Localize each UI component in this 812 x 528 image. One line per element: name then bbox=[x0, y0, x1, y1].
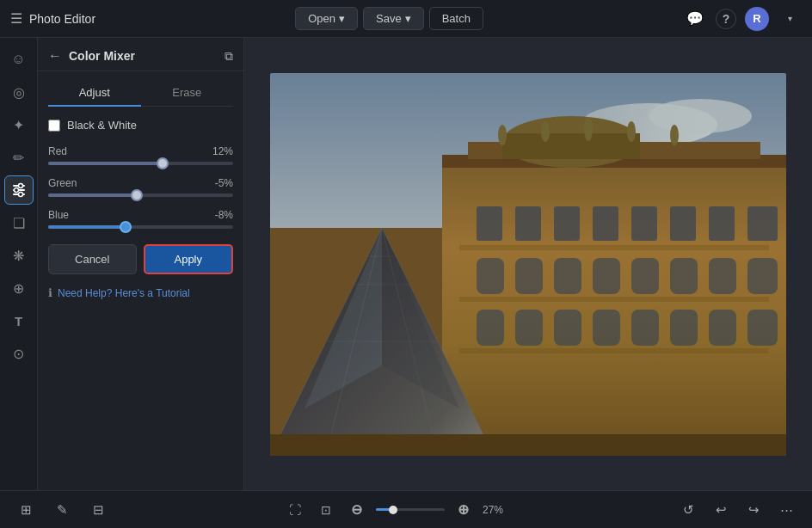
blue-slider-section: Blue -8% bbox=[48, 209, 233, 229]
red-slider-track bbox=[48, 162, 233, 165]
red-label: Red bbox=[48, 145, 67, 157]
green-label: Green bbox=[48, 177, 77, 189]
more-options-icon[interactable]: ⋯ bbox=[774, 498, 798, 522]
black-white-label: Black & White bbox=[67, 119, 137, 132]
green-slider-section: Green -5% bbox=[48, 177, 233, 197]
bottombar-left: ⊞ ✎ ⊟ bbox=[14, 498, 110, 522]
svg-point-3 bbox=[18, 184, 22, 188]
bottombar-right: ↺ ↩ ↪ ⋯ bbox=[676, 498, 798, 522]
redo-icon[interactable]: ↪ bbox=[741, 498, 766, 522]
save-button[interactable]: Save ▾ bbox=[363, 7, 424, 30]
sidebar-item-text[interactable]: T bbox=[4, 306, 34, 335]
tab-erase[interactable]: Erase bbox=[141, 80, 234, 107]
canvas-area bbox=[244, 38, 812, 490]
sidebar-item-objects[interactable]: ❋ bbox=[4, 241, 34, 270]
photo-container bbox=[270, 73, 786, 456]
back-button[interactable]: ← bbox=[48, 48, 62, 64]
color-mixer-panel: ← Color Mixer ⧉ Adjust Erase Black & Whi… bbox=[38, 38, 244, 490]
panel-title: Color Mixer bbox=[69, 49, 218, 63]
green-slider-thumb[interactable] bbox=[131, 189, 143, 201]
svg-point-4 bbox=[14, 188, 18, 193]
panel-header: ← Color Mixer ⧉ bbox=[38, 38, 243, 71]
red-slider-section: Red 12% bbox=[48, 145, 233, 165]
blue-value: -8% bbox=[215, 209, 233, 221]
app-title: Photo Editor bbox=[29, 12, 95, 26]
green-value: -5% bbox=[215, 177, 233, 189]
help-icon-button[interactable]: ? bbox=[716, 9, 736, 29]
avatar[interactable]: R bbox=[745, 7, 769, 31]
fit-screen-icon[interactable]: ⛶ bbox=[283, 498, 307, 522]
open-button[interactable]: Open ▾ bbox=[295, 7, 358, 30]
green-label-row: Green -5% bbox=[48, 177, 233, 189]
icon-sidebar: ☺ ◎ ✦ ✏ ❏ ❋ ⊕ T ⊙ bbox=[0, 38, 38, 490]
svg-point-5 bbox=[18, 193, 22, 197]
blue-slider-fill bbox=[48, 225, 126, 229]
red-slider-thumb[interactable] bbox=[157, 157, 169, 169]
zoom-slider[interactable] bbox=[376, 503, 445, 517]
topbar-center: Open ▾ Save ▾ Batch bbox=[104, 7, 674, 30]
menu-icon[interactable]: ☰ bbox=[10, 10, 22, 27]
red-value: 12% bbox=[212, 145, 233, 157]
main-area: ☺ ◎ ✦ ✏ ❏ ❋ ⊕ T ⊙ ← Color Mixer ⧉ Adjust bbox=[0, 38, 812, 490]
zoom-out-icon[interactable]: ⊖ bbox=[345, 498, 369, 522]
refresh-icon[interactable]: ↺ bbox=[676, 498, 700, 522]
edit-bottom-icon[interactable]: ✎ bbox=[50, 498, 74, 522]
sidebar-item-effects[interactable]: ✦ bbox=[4, 110, 34, 139]
sidebar-item-view[interactable]: ◎ bbox=[4, 77, 34, 107]
action-buttons: Cancel Apply bbox=[48, 244, 233, 274]
sidebar-item-adjust[interactable] bbox=[4, 175, 34, 205]
green-slider-fill bbox=[48, 193, 137, 197]
sidebar-item-face[interactable]: ☺ bbox=[4, 45, 34, 74]
panel-body: Black & White Red 12% Green -5% bbox=[38, 107, 243, 490]
crop-icon[interactable]: ⊡ bbox=[314, 498, 338, 522]
sidebar-item-layers[interactable]: ❏ bbox=[4, 208, 34, 237]
svg-rect-59 bbox=[270, 73, 786, 456]
sidebar-item-brush[interactable]: ✏ bbox=[4, 143, 34, 172]
grid-bottom-icon[interactable]: ⊟ bbox=[86, 498, 110, 522]
blue-label: Blue bbox=[48, 209, 69, 221]
chat-icon-button[interactable]: 💬 bbox=[683, 7, 707, 31]
black-white-checkbox[interactable] bbox=[48, 120, 60, 132]
sidebar-item-export[interactable]: ⊕ bbox=[4, 273, 34, 303]
zoom-value: 27% bbox=[483, 504, 503, 516]
red-slider-fill bbox=[48, 162, 163, 165]
zoom-in-icon[interactable]: ⊕ bbox=[452, 498, 476, 522]
bottombar-center: ⛶ ⊡ ⊖ ⊕ 27% bbox=[283, 498, 503, 522]
photo-image bbox=[270, 73, 786, 456]
account-chevron-icon[interactable]: ▾ bbox=[778, 7, 802, 31]
info-icon: ℹ bbox=[48, 286, 52, 299]
sidebar-item-detail[interactable]: ⊙ bbox=[4, 339, 34, 368]
panel-tabs: Adjust Erase bbox=[48, 80, 233, 107]
help-row: ℹ Need Help? Here's a Tutorial bbox=[48, 286, 233, 299]
undo-icon[interactable]: ↩ bbox=[709, 498, 733, 522]
blue-slider-track bbox=[48, 225, 233, 229]
topbar-left: ☰ Photo Editor bbox=[10, 10, 95, 27]
green-slider-track bbox=[48, 193, 233, 197]
tab-adjust[interactable]: Adjust bbox=[48, 80, 141, 107]
copy-icon-button[interactable]: ⧉ bbox=[225, 49, 233, 64]
blue-label-row: Blue -8% bbox=[48, 209, 233, 221]
black-white-row: Black & White bbox=[48, 119, 233, 132]
apply-button[interactable]: Apply bbox=[144, 244, 234, 274]
blue-slider-thumb[interactable] bbox=[120, 221, 132, 233]
batch-button[interactable]: Batch bbox=[429, 7, 483, 30]
bottombar: ⊞ ✎ ⊟ ⛶ ⊡ ⊖ ⊕ 27% ↺ ↩ ↪ ⋯ bbox=[0, 490, 812, 528]
red-label-row: Red 12% bbox=[48, 145, 233, 157]
cancel-button[interactable]: Cancel bbox=[48, 244, 137, 274]
topbar-right: 💬 ? R ▾ bbox=[683, 7, 802, 31]
topbar: ☰ Photo Editor Open ▾ Save ▾ Batch 💬 ? R… bbox=[0, 0, 812, 38]
layers-bottom-icon[interactable]: ⊞ bbox=[14, 498, 38, 522]
help-link[interactable]: Need Help? Here's a Tutorial bbox=[58, 287, 190, 299]
